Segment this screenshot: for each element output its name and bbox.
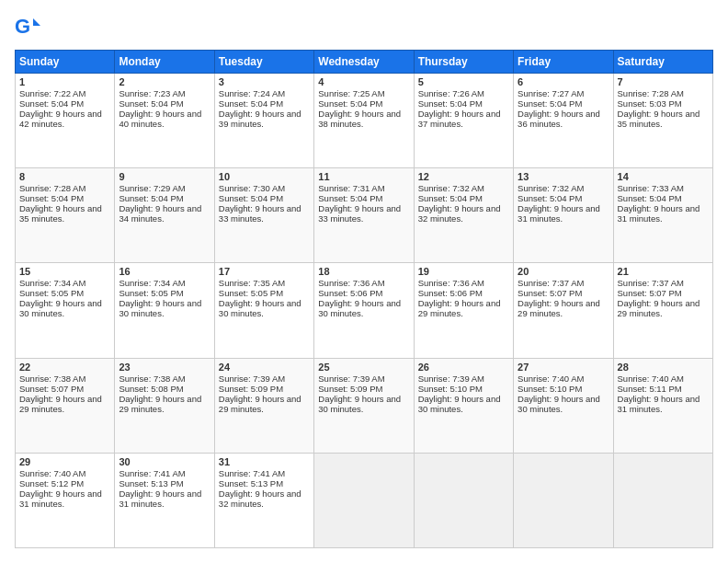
day-number: 23 <box>119 362 210 373</box>
day-number: 7 <box>618 76 709 87</box>
calendar-cell: 28Sunrise: 7:40 AMSunset: 5:11 PMDayligh… <box>613 358 712 453</box>
calendar-cell: 23Sunrise: 7:38 AMSunset: 5:08 PMDayligh… <box>115 358 214 453</box>
calendar-cell: 24Sunrise: 7:39 AMSunset: 5:09 PMDayligh… <box>214 358 313 453</box>
day-info: Sunrise: 7:41 AMSunset: 5:13 PMDaylight:… <box>219 468 301 509</box>
logo-icon: G <box>15 15 40 40</box>
day-info: Sunrise: 7:34 AMSunset: 5:05 PMDaylight:… <box>19 278 102 318</box>
calendar-week-3: 15Sunrise: 7:34 AMSunset: 5:05 PMDayligh… <box>16 263 713 358</box>
day-number: 2 <box>119 76 210 87</box>
day-info: Sunrise: 7:28 AMSunset: 5:03 PMDaylight:… <box>618 88 700 129</box>
day-info: Sunrise: 7:31 AMSunset: 5:04 PMDaylight:… <box>318 183 401 224</box>
day-number: 5 <box>418 76 509 87</box>
day-info: Sunrise: 7:32 AMSunset: 5:04 PMDaylight:… <box>518 183 600 224</box>
calendar-cell: 1Sunrise: 7:22 AMSunset: 5:04 PMDaylight… <box>16 74 115 168</box>
day-info: Sunrise: 7:37 AMSunset: 5:07 PMDaylight:… <box>618 278 700 318</box>
day-number: 9 <box>119 171 210 182</box>
calendar-table: SundayMondayTuesdayWednesdayThursdayFrid… <box>15 50 713 548</box>
day-number: 31 <box>219 456 310 467</box>
calendar-cell: 18Sunrise: 7:36 AMSunset: 5:06 PMDayligh… <box>314 263 414 358</box>
day-info: Sunrise: 7:40 AMSunset: 5:12 PMDaylight:… <box>19 468 102 509</box>
calendar-cell: 25Sunrise: 7:39 AMSunset: 5:09 PMDayligh… <box>314 358 414 453</box>
calendar-week-5: 29Sunrise: 7:40 AMSunset: 5:12 PMDayligh… <box>16 453 713 547</box>
day-number: 16 <box>119 266 210 277</box>
day-info: Sunrise: 7:32 AMSunset: 5:04 PMDaylight:… <box>418 183 501 224</box>
calendar-cell: 14Sunrise: 7:33 AMSunset: 5:04 PMDayligh… <box>613 168 712 263</box>
weekday-header-tuesday: Tuesday <box>214 51 313 74</box>
day-number: 28 <box>618 362 709 373</box>
calendar-cell: 10Sunrise: 7:30 AMSunset: 5:04 PMDayligh… <box>214 168 313 263</box>
day-info: Sunrise: 7:38 AMSunset: 5:08 PMDaylight:… <box>119 373 201 414</box>
day-number: 30 <box>119 456 210 467</box>
day-info: Sunrise: 7:27 AMSunset: 5:04 PMDaylight:… <box>518 88 600 129</box>
day-info: Sunrise: 7:30 AMSunset: 5:04 PMDaylight:… <box>219 183 301 224</box>
day-number: 25 <box>318 362 409 373</box>
svg-marker-1 <box>33 18 40 26</box>
weekday-header-sunday: Sunday <box>16 51 115 74</box>
day-number: 13 <box>518 171 609 182</box>
calendar-cell: 16Sunrise: 7:34 AMSunset: 5:05 PMDayligh… <box>115 263 214 358</box>
day-number: 6 <box>518 76 609 87</box>
calendar-cell: 12Sunrise: 7:32 AMSunset: 5:04 PMDayligh… <box>414 168 513 263</box>
weekday-header-saturday: Saturday <box>613 51 712 74</box>
svg-text:G: G <box>15 15 30 38</box>
day-info: Sunrise: 7:39 AMSunset: 5:09 PMDaylight:… <box>219 373 301 414</box>
day-info: Sunrise: 7:25 AMSunset: 5:04 PMDaylight:… <box>318 88 401 129</box>
day-info: Sunrise: 7:36 AMSunset: 5:06 PMDaylight:… <box>418 278 501 318</box>
day-info: Sunrise: 7:33 AMSunset: 5:04 PMDaylight:… <box>618 183 700 224</box>
day-number: 22 <box>19 362 110 373</box>
calendar-cell: 13Sunrise: 7:32 AMSunset: 5:04 PMDayligh… <box>514 168 613 263</box>
day-info: Sunrise: 7:39 AMSunset: 5:09 PMDaylight:… <box>318 373 401 414</box>
calendar-cell: 21Sunrise: 7:37 AMSunset: 5:07 PMDayligh… <box>613 263 712 358</box>
calendar-cell: 19Sunrise: 7:36 AMSunset: 5:06 PMDayligh… <box>414 263 513 358</box>
day-number: 10 <box>219 171 310 182</box>
calendar-cell: 30Sunrise: 7:41 AMSunset: 5:13 PMDayligh… <box>115 453 214 547</box>
calendar-cell: 9Sunrise: 7:29 AMSunset: 5:04 PMDaylight… <box>115 168 214 263</box>
day-number: 14 <box>618 171 709 182</box>
day-info: Sunrise: 7:41 AMSunset: 5:13 PMDaylight:… <box>119 468 201 509</box>
calendar-cell: 7Sunrise: 7:28 AMSunset: 5:03 PMDaylight… <box>613 74 712 168</box>
logo: G <box>15 15 44 40</box>
calendar-cell <box>613 453 712 547</box>
calendar-week-4: 22Sunrise: 7:38 AMSunset: 5:07 PMDayligh… <box>16 358 713 453</box>
calendar-cell: 22Sunrise: 7:38 AMSunset: 5:07 PMDayligh… <box>16 358 115 453</box>
calendar-cell: 4Sunrise: 7:25 AMSunset: 5:04 PMDaylight… <box>314 74 414 168</box>
weekday-header-monday: Monday <box>115 51 214 74</box>
day-info: Sunrise: 7:40 AMSunset: 5:11 PMDaylight:… <box>618 373 700 414</box>
calendar-cell: 6Sunrise: 7:27 AMSunset: 5:04 PMDaylight… <box>514 74 613 168</box>
calendar-cell: 27Sunrise: 7:40 AMSunset: 5:10 PMDayligh… <box>514 358 613 453</box>
day-info: Sunrise: 7:22 AMSunset: 5:04 PMDaylight:… <box>19 88 102 129</box>
day-info: Sunrise: 7:38 AMSunset: 5:07 PMDaylight:… <box>19 373 102 414</box>
day-info: Sunrise: 7:29 AMSunset: 5:04 PMDaylight:… <box>119 183 201 224</box>
day-number: 8 <box>19 171 110 182</box>
day-info: Sunrise: 7:40 AMSunset: 5:10 PMDaylight:… <box>518 373 600 414</box>
calendar-cell: 11Sunrise: 7:31 AMSunset: 5:04 PMDayligh… <box>314 168 414 263</box>
calendar-cell <box>414 453 513 547</box>
calendar-cell: 2Sunrise: 7:23 AMSunset: 5:04 PMDaylight… <box>115 74 214 168</box>
day-number: 20 <box>518 266 609 277</box>
calendar-cell: 29Sunrise: 7:40 AMSunset: 5:12 PMDayligh… <box>16 453 115 547</box>
page: G SundayMondayTuesdayWednesdayThursdayFr… <box>0 0 728 563</box>
day-info: Sunrise: 7:24 AMSunset: 5:04 PMDaylight:… <box>219 88 301 129</box>
calendar-cell: 17Sunrise: 7:35 AMSunset: 5:05 PMDayligh… <box>214 263 313 358</box>
day-number: 27 <box>518 362 609 373</box>
day-number: 12 <box>418 171 509 182</box>
day-number: 17 <box>219 266 310 277</box>
weekday-header-friday: Friday <box>514 51 613 74</box>
day-info: Sunrise: 7:23 AMSunset: 5:04 PMDaylight:… <box>119 88 201 129</box>
calendar-cell: 31Sunrise: 7:41 AMSunset: 5:13 PMDayligh… <box>214 453 313 547</box>
calendar-cell <box>314 453 414 547</box>
day-number: 18 <box>318 266 409 277</box>
calendar-cell: 8Sunrise: 7:28 AMSunset: 5:04 PMDaylight… <box>16 168 115 263</box>
calendar-cell: 20Sunrise: 7:37 AMSunset: 5:07 PMDayligh… <box>514 263 613 358</box>
day-info: Sunrise: 7:28 AMSunset: 5:04 PMDaylight:… <box>19 183 102 224</box>
day-number: 24 <box>219 362 310 373</box>
day-number: 1 <box>19 76 110 87</box>
day-number: 19 <box>418 266 509 277</box>
day-info: Sunrise: 7:36 AMSunset: 5:06 PMDaylight:… <box>318 278 401 318</box>
day-info: Sunrise: 7:34 AMSunset: 5:05 PMDaylight:… <box>119 278 201 318</box>
day-number: 3 <box>219 76 310 87</box>
weekday-header-row: SundayMondayTuesdayWednesdayThursdayFrid… <box>16 51 713 74</box>
day-number: 15 <box>19 266 110 277</box>
calendar-week-1: 1Sunrise: 7:22 AMSunset: 5:04 PMDaylight… <box>16 74 713 168</box>
calendar-cell: 5Sunrise: 7:26 AMSunset: 5:04 PMDaylight… <box>414 74 513 168</box>
